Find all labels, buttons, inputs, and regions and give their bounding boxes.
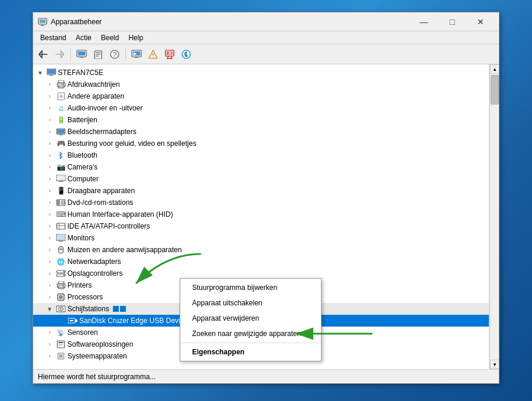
svg-rect-65 <box>59 241 63 242</box>
context-menu-item-scan[interactable]: Zoeken naar gewijzigde apparaten <box>180 326 321 341</box>
bluetooth-label: Bluetooth <box>67 151 98 159</box>
maximize-button[interactable]: □ <box>439 12 466 31</box>
svg-point-72 <box>63 275 64 276</box>
svg-rect-99 <box>59 344 63 345</box>
item-label: Monitors <box>67 234 95 242</box>
expand-icon: › <box>45 221 54 231</box>
item-label: Andere apparaten <box>67 92 124 100</box>
expand-icon: › <box>45 151 54 160</box>
list-item[interactable]: › IDE ATA/ATAPI-controllers <box>33 220 489 232</box>
scrollbar[interactable]: ▲ ▼ <box>489 64 499 369</box>
expand-icon: › <box>45 92 54 101</box>
sensor-icon: 📡 <box>56 328 66 337</box>
window-controls: — □ ✕ <box>410 12 494 31</box>
help-button[interactable]: ? <box>107 47 122 62</box>
expand-icon: › <box>45 340 54 349</box>
item-label: Printers <box>67 281 92 289</box>
expand-icon: › <box>45 139 54 148</box>
remove-button[interactable]: ✕ <box>162 47 177 62</box>
camera-icon: 📷 <box>56 162 66 172</box>
list-item[interactable]: › 🔋 Batterijen <box>33 114 489 126</box>
tree-root[interactable]: ▼ STEFAN7C5E <box>33 67 489 79</box>
svg-rect-95 <box>75 320 77 322</box>
item-label: Camera's <box>67 163 98 171</box>
item-label: IDE ATA/ATAPI-controllers <box>67 222 150 230</box>
computer-button[interactable] <box>74 47 89 62</box>
scroll-thumb[interactable] <box>491 75 499 105</box>
menu-bestand[interactable]: Bestand <box>35 32 71 43</box>
list-item[interactable]: › 🌐 Netwerkadapters <box>33 256 489 268</box>
root-label: STEFAN7C5E <box>58 69 103 77</box>
list-item[interactable]: › Computer <box>33 173 489 185</box>
svg-rect-102 <box>59 354 63 358</box>
indicator-1 <box>113 306 119 312</box>
download-button[interactable] <box>179 47 194 62</box>
list-item[interactable]: › ⌨ Human Interface-apparaten (HID) <box>33 208 489 220</box>
list-item[interactable]: › Beeldschermadapters <box>33 126 489 138</box>
forward-button[interactable] <box>52 47 67 62</box>
context-menu-item-update[interactable]: Stuurprogramma bijwerken <box>180 280 321 295</box>
printers-icon <box>56 281 66 290</box>
menu-beeld[interactable]: Beeld <box>96 32 124 43</box>
close-button[interactable]: ✕ <box>467 12 494 31</box>
bluetooth-item[interactable]: › ᛒ Bluetooth <box>33 149 489 161</box>
svg-point-46 <box>60 96 61 97</box>
context-menu-item-remove[interactable]: Apparaat verwijderen <box>180 311 321 326</box>
item-label: Netwerkadapters <box>67 257 121 266</box>
audio-icon: ♫ <box>56 103 66 113</box>
warning-button[interactable] <box>145 47 161 62</box>
menu-actie[interactable]: Actie <box>71 32 96 43</box>
item-label: Draagbare apparaten <box>67 187 135 195</box>
svg-rect-78 <box>59 295 63 299</box>
svg-rect-48 <box>57 129 64 133</box>
svg-point-58 <box>62 202 63 203</box>
scroll-down-button[interactable]: ▼ <box>490 360 499 369</box>
item-label: Muizen en andere aanwijsapparaten <box>67 246 181 254</box>
scroll-up-button[interactable]: ▲ <box>490 64 499 74</box>
context-menu-item-properties[interactable]: Eigenschappen <box>180 344 321 360</box>
expand-icon: › <box>45 245 54 255</box>
svg-point-71 <box>63 271 64 272</box>
list-item[interactable]: › Muizen en andere aanwijsapparaten <box>33 244 489 256</box>
svg-rect-12 <box>95 51 102 59</box>
toolbar-sep-1 <box>70 48 71 61</box>
status-text: Hiermee wordt het stuurprogramma... <box>38 373 155 381</box>
root-expand-icon: ▼ <box>35 68 45 77</box>
list-item[interactable]: › Afdrukwachtrijen <box>33 79 489 90</box>
expand-icon: ▼ <box>45 304 54 314</box>
svg-point-25 <box>153 57 154 58</box>
list-item[interactable]: › Monitors <box>33 232 489 244</box>
properties-button[interactable] <box>90 47 106 62</box>
printer-icon <box>56 80 66 89</box>
list-item[interactable]: › Andere apparaten <box>33 90 489 102</box>
software-icon <box>56 340 66 349</box>
svg-rect-22 <box>134 57 139 58</box>
svg-rect-9 <box>78 51 85 56</box>
svg-marker-35 <box>184 56 188 57</box>
minimize-button[interactable]: — <box>410 12 437 31</box>
list-item[interactable]: › ♫ Audio-invoer en -uitvoer <box>33 102 489 114</box>
context-menu-item-disable[interactable]: Apparaat uitschakelen <box>180 295 321 311</box>
disk-icon <box>56 304 66 314</box>
list-item[interactable]: › Opslagcontrollers <box>33 268 489 279</box>
indicator-2 <box>120 306 126 312</box>
network-icon: 🌐 <box>56 257 66 266</box>
display-icon <box>56 127 66 136</box>
list-item[interactable]: › Dvd-/cd-rom-stations <box>33 197 489 208</box>
dvd-icon <box>56 198 66 207</box>
svg-rect-100 <box>59 345 61 346</box>
list-item[interactable]: › 📷 Camera's <box>33 161 489 173</box>
expand-icon: › <box>45 174 54 184</box>
svg-point-93 <box>60 308 61 309</box>
expand-icon: › <box>45 115 54 125</box>
scan-button[interactable]: ▶ <box>129 47 144 62</box>
list-item[interactable]: › 🎮 Besturing voor geluid, video en spel… <box>33 138 489 149</box>
list-item[interactable]: › 📱 Draagbare apparaten <box>33 185 489 197</box>
expand-icon: › <box>45 80 54 89</box>
menu-help[interactable]: Help <box>124 32 148 43</box>
item-label: Beeldschermadapters <box>67 128 137 136</box>
window-title: Apparaatbeheer <box>51 18 410 26</box>
svg-rect-1 <box>40 19 46 23</box>
no-expand <box>57 316 66 325</box>
back-button[interactable] <box>35 47 51 62</box>
